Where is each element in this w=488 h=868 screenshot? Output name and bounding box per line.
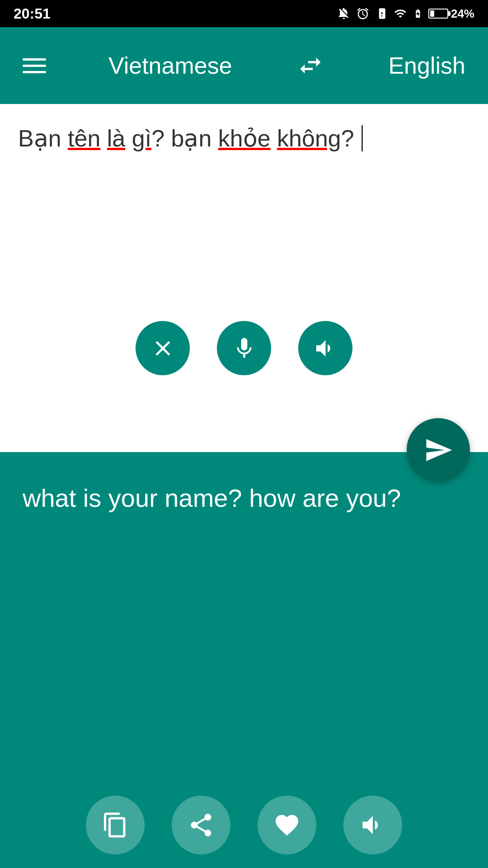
input-controls <box>18 321 470 384</box>
speak-source-button[interactable] <box>298 321 352 375</box>
charging-icon <box>413 7 423 20</box>
translate-button[interactable] <box>407 418 470 481</box>
source-language[interactable]: Vietnamese <box>108 52 232 79</box>
menu-button[interactable] <box>23 58 46 73</box>
target-language[interactable]: English <box>388 52 465 79</box>
swap-languages-button[interactable] <box>295 52 326 79</box>
translated-text: what is your name? how are you? <box>23 479 465 517</box>
source-text-display[interactable]: Bạn tên là gì? bạn khỏe không? <box>18 122 470 303</box>
status-bar: 20:51 24% <box>0 0 488 27</box>
alarm-icon <box>356 7 370 20</box>
toolbar: Vietnamese English <box>0 27 488 104</box>
signal-icon <box>393 7 408 20</box>
copy-button[interactable] <box>86 796 145 854</box>
output-controls <box>0 796 488 854</box>
speak-output-button[interactable] <box>343 796 402 854</box>
microphone-button[interactable] <box>217 321 271 375</box>
battery-container: 24% <box>428 7 474 21</box>
bell-muted-icon <box>337 7 351 20</box>
battery-percent: 24% <box>451 7 474 21</box>
input-section: Bạn tên là gì? bạn khỏe không? <box>0 104 488 452</box>
share-button[interactable] <box>172 796 230 854</box>
battery-icon <box>428 9 448 19</box>
favorite-button[interactable] <box>258 796 316 854</box>
output-section: what is your name? how are you? <box>0 452 488 868</box>
clear-button[interactable] <box>136 321 190 375</box>
sim-icon <box>375 7 388 20</box>
status-time: 20:51 <box>14 5 51 22</box>
status-icons: 24% <box>337 7 474 21</box>
